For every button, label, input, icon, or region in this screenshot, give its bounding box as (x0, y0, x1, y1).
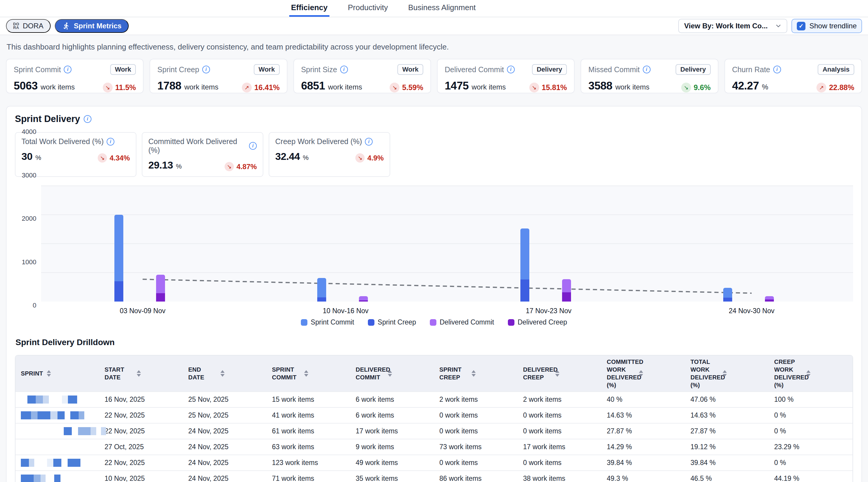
sort-asc-icon (137, 370, 141, 373)
metric-card-delivered-commit: Delivered CommitiDelivery1475work items↘… (437, 59, 575, 93)
legend-label: Sprint Commit (311, 318, 354, 326)
runner-icon (62, 22, 70, 30)
subcard-title: Committed Work Delivered (%) (148, 137, 246, 154)
column-header-end-date[interactable]: End Date (183, 356, 267, 392)
table-row[interactable]: 22 Nov, 202524 Nov, 2025123 work items49… (16, 455, 852, 471)
column-header-total-work-delivered[interactable]: Total Work Delivered (%) (685, 356, 769, 392)
table-cell: 22 Nov, 2025 (99, 423, 183, 439)
metric-card-missed-commit: Missed CommitiDelivery3588work items↘9.6… (581, 59, 718, 93)
redaction-block (31, 411, 37, 419)
subcard-unit: % (303, 154, 309, 162)
table-row[interactable]: 16 Nov, 202525 Nov, 202515 work items6 w… (16, 392, 852, 407)
bar-delivered-commit-24-nov-30-nov (765, 296, 774, 302)
trend-indicator: ↗22.88% (816, 83, 854, 92)
info-icon[interactable]: i (773, 66, 781, 74)
sprint-delivery-card: Sprint Delivery i Total Work Delivered (… (6, 106, 862, 482)
redaction-block (68, 396, 77, 403)
redaction-block (40, 475, 46, 482)
sort-desc-icon (137, 374, 141, 377)
table-cell: 2 work items (434, 392, 518, 407)
metric-card-value: 5063 (14, 80, 37, 92)
bar-sprint-commit-17-nov-23-nov (520, 228, 529, 302)
redaction-block (34, 475, 40, 482)
column-header-committed-work-delivered[interactable]: Committed Work Delivered (%) (601, 356, 685, 392)
sort-icon[interactable] (388, 370, 392, 377)
tab-business-alignment[interactable]: Business Alignment (406, 0, 477, 17)
sort-desc-icon (388, 374, 392, 377)
table-row[interactable]: 27 Oct, 202524 Nov, 202563 work items9 w… (16, 439, 852, 455)
info-icon[interactable]: i (507, 66, 515, 74)
sort-icon[interactable] (471, 370, 476, 377)
sort-icon[interactable] (137, 370, 141, 377)
sort-icon[interactable] (555, 370, 559, 377)
table-cell: 27.87 % (685, 423, 769, 439)
info-icon[interactable]: i (106, 138, 114, 146)
column-header-delivered-commit[interactable]: Delivered Commit (350, 356, 434, 392)
sort-icon[interactable] (47, 370, 51, 377)
drilldown-title: Sprint Delivery Drilldown (16, 338, 853, 347)
info-icon[interactable]: i (340, 66, 348, 74)
column-header-sprint-commit[interactable]: Sprint Commit (267, 356, 350, 392)
redaction-block (27, 396, 35, 403)
column-header-sprint-creep[interactable]: Sprint Creep (434, 356, 518, 392)
sort-icon[interactable] (304, 370, 308, 377)
redacted-sprint-name (21, 475, 94, 482)
tab-productivity[interactable]: Productivity (346, 0, 390, 17)
sprint-delivery-chart: 01000200030004000 03 Nov-09 Nov10 Nov-16… (15, 186, 853, 326)
sort-icon[interactable] (723, 370, 727, 377)
sprint-metrics-label: Sprint Metrics (74, 22, 122, 30)
view-by-dropdown[interactable]: View By: Work Item Co... (678, 19, 787, 33)
sort-desc-icon (471, 374, 476, 377)
table-cell: 40 % (601, 392, 685, 407)
info-icon[interactable]: i (64, 66, 71, 74)
legend-swatch-icon (368, 319, 374, 326)
info-icon[interactable]: i (249, 142, 257, 150)
sprint-name-cell (16, 439, 99, 455)
info-icon[interactable]: i (643, 66, 651, 74)
tab-efficiency[interactable]: Efficiency (289, 0, 330, 17)
column-header-start-date[interactable]: Start Date (99, 356, 183, 392)
dora-button[interactable]: DORA DORA (6, 19, 51, 33)
redacted-sprint-name (21, 411, 94, 419)
column-header-delivered-creep[interactable]: Delivered Creep (518, 356, 601, 392)
dora-button-label: DORA (23, 22, 43, 30)
table-row[interactable]: 22 Nov, 202525 Nov, 202541 work items6 w… (16, 407, 852, 423)
redacted-sprint-name (21, 459, 94, 467)
sort-icon[interactable] (220, 370, 225, 377)
legend-item-delivered-creep[interactable]: Delivered Creep (508, 318, 567, 326)
legend-item-delivered-commit[interactable]: Delivered Commit (430, 318, 494, 326)
table-row[interactable]: 10 Nov, 202524 Nov, 202571 work items35 … (16, 471, 852, 482)
bar-segment-delivered-commit (156, 275, 165, 293)
subcard-value: 32.44 (275, 151, 300, 162)
metric-cards-row: Sprint CommitiWork5063work items↘11.5%Sp… (6, 59, 862, 93)
column-header-creep-work-delivered[interactable]: Creep Work Delivered (%) (769, 356, 852, 392)
column-header-sprint[interactable]: Sprint (16, 356, 99, 392)
gridline (41, 244, 853, 244)
chart-x-axis: 03 Nov-09 Nov10 Nov-16 Nov17 Nov-23 Nov2… (41, 302, 853, 315)
info-icon[interactable]: i (365, 138, 373, 146)
info-icon[interactable]: i (202, 66, 210, 74)
redaction-block (62, 396, 68, 403)
table-cell: 23.29 % (769, 439, 852, 455)
table-row[interactable]: 22 Nov, 202524 Nov, 202561 work items17 … (16, 423, 852, 439)
show-trendline-toggle[interactable]: ✓ Show trendline (792, 19, 862, 33)
table-cell: 0 % (769, 455, 852, 471)
sort-icon[interactable] (639, 370, 643, 377)
bar-segment-sprint-creep (114, 281, 123, 302)
column-header-label: Delivered Creep (523, 366, 552, 381)
info-icon[interactable]: i (84, 115, 91, 123)
legend-item-sprint-commit[interactable]: Sprint Commit (301, 318, 354, 326)
table-cell: 35 work items (350, 471, 434, 482)
legend-item-sprint-creep[interactable]: Sprint Creep (368, 318, 416, 326)
sort-desc-icon (806, 374, 810, 377)
toolbar: DORA DORA Sprint Metrics View By: Work I… (0, 17, 868, 35)
bar-segment-sprint-commit (114, 215, 123, 281)
trend-percent: 4.34% (110, 154, 130, 162)
trendline-checkbox[interactable]: ✓ (797, 22, 805, 30)
sprint-metrics-button[interactable]: Sprint Metrics (55, 19, 129, 33)
table-cell: 39.84 % (601, 455, 685, 471)
bar-segment-sprint-creep (723, 298, 732, 302)
trend-indicator: ↘4.34% (98, 153, 130, 163)
bar-delivered-commit-17-nov-23-nov (562, 279, 571, 302)
sort-icon[interactable] (806, 370, 810, 377)
